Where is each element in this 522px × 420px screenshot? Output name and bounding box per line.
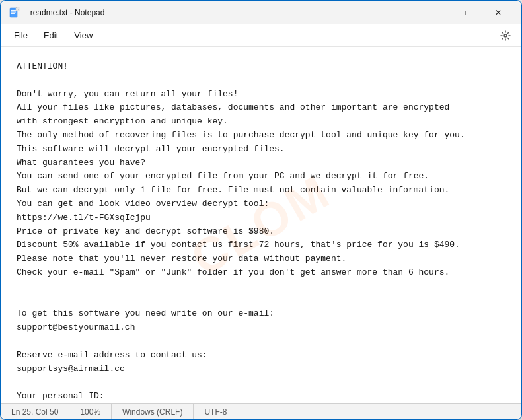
text-line: All your files like pictures, databases,… <box>17 101 505 115</box>
text-body: ATTENTION! Don't worry, you can return a… <box>17 60 505 403</box>
text-line: You can get and look video overview decr… <box>17 197 505 211</box>
text-line: This software will decrypt all your encr… <box>17 143 505 157</box>
text-line: What guarantees you have? <box>17 157 505 170</box>
text-line: support@bestyourmail.ch <box>17 321 505 335</box>
text-line: supportsys@airmail.cc <box>17 363 505 376</box>
zoom-level: 100% <box>69 404 112 419</box>
text-line: Don't worry, you can return all your fil… <box>17 88 505 102</box>
text-line: Check your e-mail "Spam" or "Junk" folde… <box>17 266 505 280</box>
text-line: https://we.tl/t-FGXsqIcjpu <box>17 211 505 225</box>
text-line: ATTENTION! <box>17 60 505 74</box>
statusbar: Ln 25, Col 50 100% Windows (CRLF) UTF-8 <box>1 403 521 419</box>
settings-button[interactable] <box>495 25 516 46</box>
text-line: Your personal ID: <box>17 390 505 403</box>
text-line: But we can decrypt only 1 file for free.… <box>17 184 505 197</box>
text-line <box>17 376 505 390</box>
text-line: The only method of recovering files is t… <box>17 129 505 143</box>
menubar: File Edit View <box>1 24 521 47</box>
svg-rect-2 <box>11 11 16 12</box>
encoding: UTF-8 <box>194 404 237 419</box>
maximize-button[interactable]: □ <box>453 1 483 24</box>
text-line: To get this software you need write on o… <box>17 307 505 321</box>
text-line: Please note that you'll never restore yo… <box>17 252 505 266</box>
text-content-area[interactable]: CLOM ATTENTION! Don't worry, you can ret… <box>1 47 521 403</box>
text-line <box>17 74 505 88</box>
menu-edit[interactable]: Edit <box>36 28 66 43</box>
line-ending: Windows (CRLF) <box>112 404 194 419</box>
window-controls: ─ □ ✕ <box>422 1 513 24</box>
text-line <box>17 280 505 294</box>
svg-point-5 <box>504 34 507 37</box>
text-line: with strongest encryption and unique key… <box>17 115 505 129</box>
window-title: _readme.txt - Notepad <box>26 8 422 17</box>
svg-rect-1 <box>11 10 16 11</box>
titlebar: _readme.txt - Notepad ─ □ ✕ <box>1 1 521 24</box>
text-line: You can send one of your encrypted file … <box>17 170 505 184</box>
menu-view[interactable]: View <box>66 28 100 43</box>
text-line <box>17 335 505 349</box>
menu-file[interactable]: File <box>6 28 36 43</box>
text-line <box>17 294 505 308</box>
svg-rect-3 <box>11 13 15 14</box>
minimize-button[interactable]: ─ <box>422 1 453 24</box>
text-line: Price of private key and decrypt softwar… <box>17 225 505 239</box>
text-line: Reserve e-mail address to contact us: <box>17 349 505 363</box>
close-button[interactable]: ✕ <box>483 1 513 24</box>
text-line: Discount 50% available if you contact us… <box>17 238 505 252</box>
cursor-position: Ln 25, Col 50 <box>11 404 69 419</box>
notepad-window: _readme.txt - Notepad ─ □ ✕ File Edit Vi… <box>0 0 522 420</box>
app-icon <box>9 7 20 18</box>
